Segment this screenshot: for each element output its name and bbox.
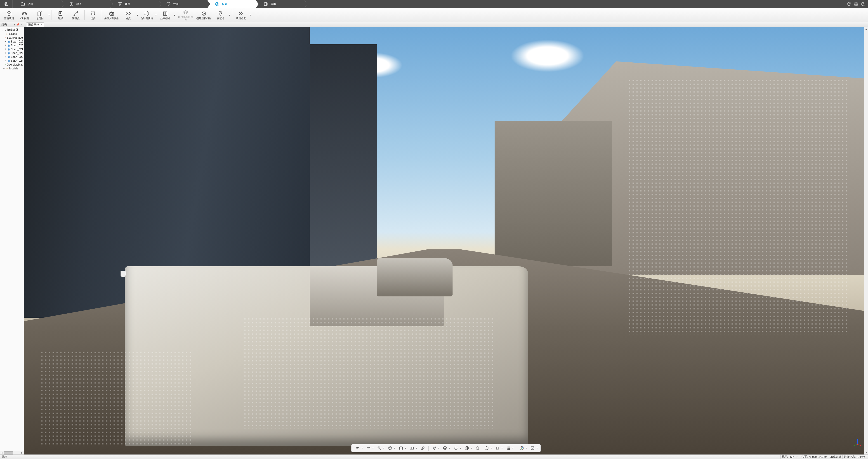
workflow-step-import[interactable]: 导入 bbox=[61, 0, 110, 8]
viewtool-dual-button[interactable] bbox=[408, 445, 416, 452]
tree-node[interactable]: -▸Scans bbox=[0, 32, 23, 36]
help-icon[interactable] bbox=[861, 2, 865, 6]
note-icon bbox=[58, 11, 63, 16]
workflow-step-label: 注册 bbox=[174, 2, 179, 6]
viewtool-grid2-button[interactable] bbox=[504, 445, 513, 452]
ribbon-mark-point-button[interactable]: 标记点 bbox=[213, 8, 228, 22]
ribbon-clipbox-button[interactable]: 自动剪切框 bbox=[139, 8, 154, 22]
workflow-step-register[interactable]: 注册 bbox=[158, 0, 207, 8]
ribbon-annotate-button[interactable]: 注解 bbox=[53, 8, 68, 22]
tree-node[interactable]: ▪ScanManager bbox=[0, 36, 23, 39]
tree-node-icon: ◉ bbox=[7, 40, 10, 43]
svg-point-65 bbox=[509, 448, 510, 449]
panel-pin-icon[interactable]: 📌 bbox=[16, 23, 20, 26]
tree-node[interactable]: +◉Scan_020 bbox=[0, 43, 23, 47]
fly-icon bbox=[432, 446, 436, 451]
ribbon-show-grid-dropdown[interactable]: ▾ bbox=[173, 8, 176, 22]
ribbon-overview-button[interactable]: 总览图 bbox=[32, 8, 48, 22]
viewport-v-scrollbar[interactable]: ▲▼ bbox=[864, 27, 868, 455]
tree-node[interactable]: +◉Scan_023 bbox=[0, 55, 23, 59]
panel-h-scrollbar[interactable]: ◄► bbox=[0, 451, 24, 455]
viewtool-color-button[interactable] bbox=[518, 445, 526, 452]
ribbon-overview-dropdown[interactable]: ▾ bbox=[48, 8, 51, 22]
tree-twisty-icon[interactable]: + bbox=[4, 44, 7, 47]
workflow-right-tools bbox=[844, 0, 868, 8]
workflow-step-process[interactable]: 处理 bbox=[110, 0, 158, 8]
shading-icon bbox=[475, 446, 480, 451]
svg-point-54 bbox=[446, 449, 446, 449]
ribbon-view-project-button[interactable]: 查看项目 bbox=[1, 8, 17, 22]
viewtool-texture-button[interactable] bbox=[528, 445, 537, 452]
tree-node[interactable]: +◉Scan_022 bbox=[0, 51, 23, 55]
save-button[interactable] bbox=[0, 0, 13, 8]
tree-node[interactable]: +◉Scan_019 bbox=[0, 39, 23, 43]
3d-viewport[interactable]: ▾▾▾▾▾▾▾▾▾▾▾▾▾▾▾ ▲▼ bbox=[24, 27, 868, 455]
workflow-step-project[interactable]: 项目 bbox=[13, 0, 61, 8]
ribbon-viewpoint-button[interactable]: 视点 bbox=[121, 8, 136, 22]
viewtool-shading-button[interactable] bbox=[473, 445, 482, 452]
svg-point-70 bbox=[521, 447, 522, 448]
ribbon-project-cloud-dropdown[interactable]: ▾ bbox=[249, 8, 252, 22]
ribbon-measure-button[interactable]: 测量点 bbox=[68, 8, 84, 22]
viewtool-zoom-button[interactable] bbox=[375, 445, 383, 452]
tree-twisty-icon[interactable]: + bbox=[4, 59, 7, 62]
viewtool-layers-button[interactable] bbox=[397, 445, 405, 452]
ribbon-show-grid-button[interactable]: 显示栅格 bbox=[158, 8, 173, 22]
tree-twisty-icon[interactable]: + bbox=[4, 52, 7, 54]
workflow-step-label: 导入 bbox=[76, 2, 82, 6]
workflow-step-explore[interactable]: 探索 bbox=[207, 0, 256, 8]
ribbon-viewpoint-dropdown[interactable]: ▾ bbox=[136, 8, 139, 22]
ribbon-mark-point-dropdown[interactable]: ▾ bbox=[228, 8, 231, 22]
viewtool-iso-button[interactable] bbox=[483, 445, 491, 452]
tree-twisty-icon[interactable]: + bbox=[3, 67, 5, 70]
box-icon bbox=[388, 446, 393, 451]
axis-gizmo[interactable] bbox=[853, 438, 862, 446]
workflow-step-label: 项目 bbox=[28, 2, 33, 6]
svg-point-11 bbox=[25, 13, 26, 14]
scanner-marker-icon[interactable] bbox=[121, 271, 126, 277]
svg-point-44 bbox=[357, 448, 358, 449]
ribbon-project-cloud-button[interactable]: 项目点云 bbox=[233, 8, 249, 22]
tree-twisty-icon[interactable]: - bbox=[3, 33, 5, 35]
ribbon-clipbox-dropdown[interactable]: ▾ bbox=[154, 8, 158, 22]
tree-node[interactable]: ▫OverviewMap bbox=[0, 63, 23, 66]
tree-node-label: Scan_024 bbox=[11, 59, 23, 62]
viewtool-camera-mode-button[interactable] bbox=[364, 445, 373, 452]
ribbon-button-label: 选择 bbox=[91, 17, 96, 20]
ribbon-virtual-scan-button[interactable]: 创建虚拟扫描 bbox=[195, 8, 213, 22]
document-tab-active[interactable]: 隆盛室外 × bbox=[26, 22, 44, 27]
workflow-step-export[interactable]: 导出 bbox=[256, 0, 304, 8]
svg-point-36 bbox=[241, 12, 242, 12]
tree-node[interactable]: +◉Scan_024 bbox=[0, 59, 23, 63]
viewtool-box-button[interactable] bbox=[386, 445, 395, 452]
tree-twisty-icon[interactable]: - bbox=[1, 29, 3, 31]
tree-node[interactable]: +▸Models bbox=[0, 66, 23, 70]
structure-tree[interactable]: -●隆盛室外-▸Scans▪ScanManager+◉Scan_019+◉Sca… bbox=[0, 27, 24, 451]
svg-point-34 bbox=[220, 12, 221, 13]
viewtool-orbit-button[interactable] bbox=[353, 445, 362, 452]
close-icon[interactable]: × bbox=[40, 23, 42, 26]
viewtool-contrast-button[interactable] bbox=[463, 445, 471, 452]
viewtool-link-button[interactable] bbox=[418, 445, 427, 452]
structure-panel-header[interactable]: 结构 ▾ 📌 ✕ bbox=[0, 22, 24, 27]
viewtool-fly-button[interactable] bbox=[430, 445, 438, 452]
ribbon-vr-view-button[interactable]: VR 视图 bbox=[17, 8, 32, 22]
viewtool-clip2-button[interactable] bbox=[493, 445, 502, 452]
gear-icon[interactable] bbox=[854, 2, 858, 6]
sync-icon[interactable] bbox=[847, 2, 851, 6]
tree-twisty-icon[interactable]: + bbox=[4, 48, 7, 51]
viewtool-cloud-style-button[interactable] bbox=[441, 445, 450, 452]
tree-node[interactable]: -●隆盛室外 bbox=[0, 28, 23, 32]
tree-twisty-icon[interactable]: + bbox=[4, 40, 7, 43]
svg-point-39 bbox=[239, 14, 240, 15]
ribbon-select-button[interactable]: 选择 bbox=[86, 8, 101, 22]
panel-menu-icon[interactable]: ▾ bbox=[14, 23, 16, 26]
ribbon-button-label: 标记点 bbox=[217, 17, 224, 20]
tree-node-label: Scan_023 bbox=[11, 55, 23, 59]
viewtool-normals-button[interactable] bbox=[452, 445, 460, 452]
tree-twisty-icon[interactable]: + bbox=[4, 56, 7, 58]
tree-node[interactable]: +◉Scan_021 bbox=[0, 47, 23, 51]
cam-icon bbox=[366, 446, 371, 451]
panel-close-icon[interactable]: ✕ bbox=[20, 23, 22, 26]
ribbon-screenshot-button[interactable]: 保存屏幕快照 bbox=[103, 8, 121, 22]
